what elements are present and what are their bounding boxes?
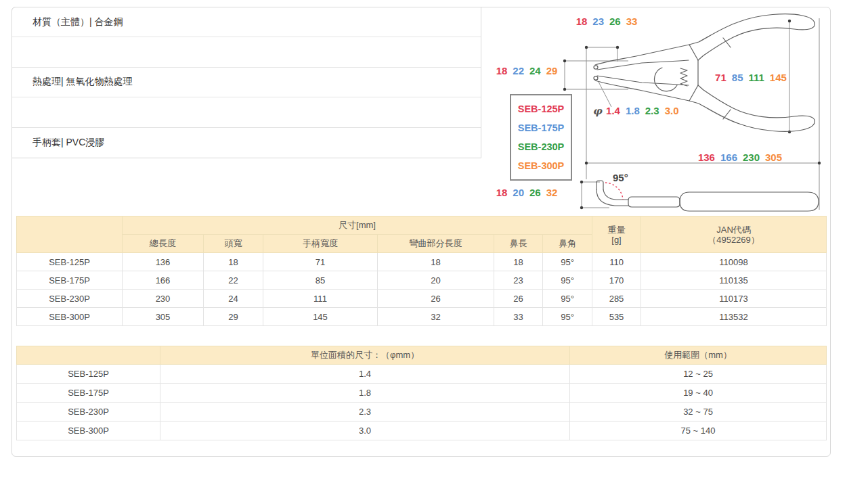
dimension-cell: 23 <box>494 271 543 290</box>
legend-model-label: SEB-175P <box>518 122 565 133</box>
dim-head-width: 18222429 <box>486 66 567 76</box>
nose-angle-label: 95° <box>613 172 628 183</box>
col-header-nose-length: 鼻長 <box>494 235 543 253</box>
size-group-header: 尺寸[mm] <box>123 216 592 235</box>
dim-value: 2.3 <box>645 105 659 116</box>
dim-tip-diameter: φ1.41.82.33.0 <box>586 106 688 116</box>
legend-model-label: SEB-125P <box>518 104 565 114</box>
weight-cell: 170 <box>592 271 641 290</box>
dimension-cell: 18 <box>494 253 543 271</box>
dimension-cell: 24 <box>204 290 263 308</box>
dim-value: 32 <box>546 187 558 198</box>
dimensions-table: 尺寸[mm] 重量 [g] JAN代碼 （4952269） 總長度 頭寬 手柄寬… <box>16 216 827 326</box>
dim-value: 305 <box>765 152 782 163</box>
dim-value: 24 <box>529 65 541 76</box>
blank-header-cell <box>17 216 123 253</box>
table-row: SEB-230P2.332 ~ 75 <box>17 403 827 421</box>
table-row: SEB-300P30529145323395°535113532 <box>17 308 827 326</box>
table-row: SEB-125P1.412 ~ 25 <box>17 365 827 384</box>
dim-value: 23 <box>592 16 604 27</box>
dim-value: 85 <box>732 72 743 83</box>
jan-cell: 110135 <box>641 271 827 290</box>
spec-text: 熱處理| 無氧化物熱處理 <box>32 76 133 88</box>
dim-value: 166 <box>720 152 737 163</box>
dim-nose-length: 18232633 <box>556 16 657 27</box>
col-header-handle-width: 手柄寬度 <box>263 235 378 253</box>
weight-header-line1: 重量 <box>592 225 641 235</box>
unit-size-cell: 1.4 <box>160 365 570 384</box>
model-cell: SEB-125P <box>17 365 160 384</box>
jan-cell: 110173 <box>641 290 827 308</box>
content-card: 材質（主體）| 合金鋼 熱處理| 無氧化物熱處理 手柄套| PVC浸膠 <box>12 7 831 457</box>
jan-header-line1: JAN代碼 <box>641 225 826 235</box>
weight-header-line2: [g] <box>592 235 641 245</box>
dimension-cell: 29 <box>204 308 263 326</box>
dim-value: 18 <box>496 65 508 76</box>
dimension-cell: 20 <box>378 271 494 290</box>
dim-handle-width: 7185111145 <box>700 72 802 83</box>
table-row: SEB-175P1.819 ~ 40 <box>17 384 827 403</box>
dim-value: 26 <box>609 16 621 27</box>
usage-range-cell: 75 ~ 140 <box>570 421 827 440</box>
dim-value: 20 <box>513 187 524 198</box>
dimension-cell: 95° <box>543 271 592 290</box>
unit-size-cell: 3.0 <box>160 421 570 440</box>
product-spec-page: 材質（主體）| 合金鋼 熱處理| 無氧化物熱處理 手柄套| PVC浸膠 <box>0 0 868 479</box>
col-header-head-width: 頭寬 <box>204 235 263 253</box>
jan-cell: 113532 <box>641 308 827 326</box>
dimension-cell: 95° <box>543 308 592 326</box>
spec-row-material: 材質（主體）| 合金鋼 <box>12 7 481 37</box>
dimension-cell: 136 <box>123 253 204 271</box>
bent-nose-view <box>596 181 819 211</box>
dimension-cell: 95° <box>543 253 592 271</box>
model-legend: SEB-125PSEB-175PSEB-230PSEB-300P <box>510 94 572 181</box>
unit-size-cell: 2.3 <box>160 403 570 421</box>
dim-value: 136 <box>698 152 715 163</box>
dim-value: 145 <box>770 72 787 83</box>
usage-table: 單位面積的尺寸：（φmm） 使用範圍（mm） SEB-125P1.412 ~ 2… <box>16 346 827 440</box>
usage-range-cell: 32 ~ 75 <box>570 403 827 421</box>
pliers-diagram: 18232633 18222429 7185111145 φ1.41.82.33… <box>485 7 832 217</box>
usage-range-cell: 12 ~ 25 <box>570 365 827 384</box>
col-header-nose-angle: 鼻角 <box>543 235 592 253</box>
model-cell: SEB-175P <box>17 384 160 403</box>
model-cell: SEB-125P <box>17 253 123 271</box>
dim-value: 1.8 <box>626 105 640 116</box>
dim-value: 230 <box>743 152 760 163</box>
spec-row-heat-treatment: 熱處理| 無氧化物熱處理 <box>12 68 481 97</box>
table-row: SEB-230P23024111262695°285110173 <box>17 290 827 308</box>
usage-range-cell: 19 ~ 40 <box>570 384 827 403</box>
dimension-cell: 95° <box>543 290 592 308</box>
col-header-bend-length: 彎曲部分長度 <box>378 235 494 253</box>
unit-size-cell: 1.8 <box>160 384 570 403</box>
col-header-unit-size: 單位面積的尺寸：（φmm） <box>160 346 570 365</box>
blank-header-cell <box>17 346 160 365</box>
table-row: SEB-125P1361871181895°110110098 <box>17 253 827 271</box>
jan-cell: 110098 <box>641 253 827 271</box>
dimension-cell: 85 <box>263 271 378 290</box>
dimension-cell: 26 <box>494 290 543 308</box>
dimension-cell: 145 <box>263 308 378 326</box>
dim-value: 18 <box>496 187 508 198</box>
spec-row-empty <box>12 37 481 67</box>
dim-value: 111 <box>748 72 764 83</box>
weight-cell: 535 <box>592 308 641 326</box>
weight-cell: 110 <box>592 253 641 271</box>
dim-value: 29 <box>546 65 558 76</box>
legend-model-label: SEB-230P <box>518 141 565 152</box>
col-header-usage-range: 使用範圍（mm） <box>570 346 827 365</box>
jan-header: JAN代碼 （4952269） <box>641 216 827 253</box>
spec-table: 材質（主體）| 合金鋼 熱處理| 無氧化物熱處理 手柄套| PVC浸膠 <box>12 7 481 158</box>
dimension-cell: 26 <box>378 290 494 308</box>
model-cell: SEB-230P <box>17 290 123 308</box>
dim-overall-length: 136166230305 <box>688 152 792 163</box>
model-cell: SEB-230P <box>17 403 160 421</box>
dimension-cell: 32 <box>378 308 494 326</box>
dimension-cell: 18 <box>378 253 494 271</box>
dimension-cell: 230 <box>123 290 204 308</box>
jan-header-line2: （4952269） <box>641 235 826 245</box>
dim-value: 71 <box>715 72 726 83</box>
dimension-cell: 22 <box>204 271 263 290</box>
model-cell: SEB-175P <box>17 271 123 290</box>
table-row: SEB-300P3.075 ~ 140 <box>17 421 827 440</box>
